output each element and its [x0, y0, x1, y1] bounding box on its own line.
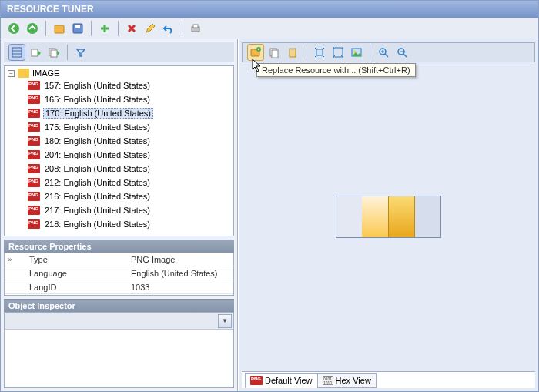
svg-rect-2: [55, 25, 64, 33]
preview-toolbar: Replace Resource with... (Shift+Ctrl+R): [242, 42, 535, 62]
resource-properties-grid[interactable]: »TypePNG ImageLanguageEnglish (United St…: [4, 253, 234, 296]
left-pane: − IMAGE 157: English (United States)165:…: [1, 39, 238, 391]
inspector-body: [5, 330, 233, 387]
fit-button[interactable]: [311, 44, 328, 61]
property-value: English (United States): [131, 269, 233, 278]
png-icon: [250, 376, 263, 385]
tree-toolbar: [4, 42, 234, 62]
image-button[interactable]: [348, 44, 365, 61]
separator: [118, 21, 119, 36]
tree-item[interactable]: 180: English (United States): [5, 134, 233, 148]
tree-item[interactable]: 216: English (United States): [5, 189, 233, 203]
resource-properties-header: Resource Properties: [4, 240, 234, 253]
collapse-icon[interactable]: −: [8, 70, 15, 77]
edit-button[interactable]: [142, 20, 159, 37]
svg-rect-18: [291, 48, 294, 50]
separator: [91, 21, 92, 36]
zoom-in-button[interactable]: [375, 44, 392, 61]
png-icon: [28, 192, 40, 201]
svg-rect-16: [272, 50, 278, 58]
tree-item-label: 165: English (United States): [43, 95, 152, 104]
export-button[interactable]: [27, 44, 44, 61]
png-icon: [28, 206, 40, 215]
svg-rect-7: [12, 48, 22, 57]
tree-view-button[interactable]: [8, 44, 25, 61]
export-all-button[interactable]: [45, 44, 62, 61]
resource-tree-panel: − IMAGE 157: English (United States)165:…: [4, 65, 234, 236]
svg-rect-10: [32, 49, 38, 56]
tree-item[interactable]: 170: English (United States): [5, 106, 233, 120]
tree-item-label: 157: English (United States): [43, 81, 152, 90]
tree-item[interactable]: 217: English (United States): [5, 203, 233, 217]
png-icon: [28, 219, 40, 229]
png-icon: [28, 178, 40, 187]
tree-item[interactable]: 157: English (United States): [5, 79, 233, 92]
png-icon: [28, 81, 40, 90]
delete-button[interactable]: [123, 20, 140, 37]
property-row[interactable]: LangID1033: [5, 280, 233, 294]
tree-item-label: 170: English (United States): [43, 108, 153, 119]
app-title: RESOURCE TUNER: [7, 4, 94, 15]
up-button[interactable]: [24, 20, 41, 37]
tree-item[interactable]: 208: English (United States): [5, 162, 233, 176]
filter-button[interactable]: [72, 44, 89, 61]
tree-root-image[interactable]: − IMAGE: [5, 68, 233, 79]
actual-size-button[interactable]: [330, 44, 346, 61]
copy-button[interactable]: [266, 44, 283, 61]
tree-item[interactable]: 218: English (United States): [5, 217, 233, 231]
object-inspector-header: Object Inspector: [4, 299, 234, 312]
separator: [182, 21, 182, 36]
zoom-out-button[interactable]: [393, 44, 410, 61]
main-toolbar: [1, 18, 538, 39]
property-row[interactable]: LanguageEnglish (United States): [5, 266, 233, 280]
back-button[interactable]: [5, 20, 22, 37]
tree-item[interactable]: 175: English (United States): [5, 120, 233, 134]
tree-item-label: 217: English (United States): [43, 206, 152, 215]
tree-item[interactable]: 165: English (United States): [5, 92, 233, 106]
open-button[interactable]: [51, 20, 68, 37]
property-row[interactable]: »TypePNG Image: [5, 253, 233, 266]
tree-item-label: 208: English (United States): [43, 164, 152, 173]
svg-rect-4: [75, 25, 80, 28]
tab-default-view[interactable]: Default View: [245, 373, 318, 388]
png-icon: [28, 95, 40, 104]
separator: [306, 45, 306, 60]
tree-item-label: 175: English (United States): [43, 122, 152, 132]
property-value: 1033: [131, 283, 233, 292]
svg-rect-12: [51, 50, 57, 57]
undo-button[interactable]: [160, 20, 177, 37]
separator: [370, 45, 370, 60]
image-preview: [242, 65, 535, 368]
replace-resource-button[interactable]: [247, 44, 264, 61]
svg-rect-6: [193, 25, 198, 28]
svg-line-26: [403, 54, 407, 57]
svg-point-0: [8, 23, 19, 34]
title-bar: RESOURCE TUNER: [1, 1, 538, 18]
inspector-combo[interactable]: ▼: [5, 313, 233, 330]
separator: [67, 45, 68, 60]
property-key: Language: [15, 269, 131, 278]
right-pane: Replace Resource with... (Shift+Ctrl+R) …: [238, 39, 538, 391]
save-button[interactable]: [69, 20, 86, 37]
svg-line-24: [385, 54, 388, 57]
png-icon: [28, 150, 40, 159]
tooltip: Replace Resource with... (Shift+Ctrl+R): [256, 63, 416, 77]
tree-item[interactable]: 212: English (United States): [5, 176, 233, 189]
separator: [45, 21, 46, 36]
tree-root-label: IMAGE: [32, 69, 59, 78]
paste-button[interactable]: [284, 44, 301, 61]
resource-tree[interactable]: − IMAGE 157: English (United States)165:…: [5, 66, 233, 236]
svg-rect-19: [316, 49, 323, 55]
property-key: LangID: [15, 283, 131, 292]
tree-item-label: 180: English (United States): [43, 136, 152, 146]
tree-item[interactable]: 204: English (United States): [5, 148, 233, 162]
preview-image: [336, 196, 441, 238]
add-button[interactable]: [96, 20, 113, 37]
chevron-down-icon[interactable]: ▼: [218, 314, 232, 328]
tree-item-label: 204: English (United States): [43, 150, 152, 159]
svg-point-1: [27, 23, 38, 34]
object-inspector: ▼: [4, 312, 234, 388]
tab-hex-view[interactable]: 01011010 Hex View: [317, 373, 377, 388]
tree-item-label: 218: English (United States): [43, 219, 152, 229]
print-button[interactable]: [187, 20, 204, 37]
